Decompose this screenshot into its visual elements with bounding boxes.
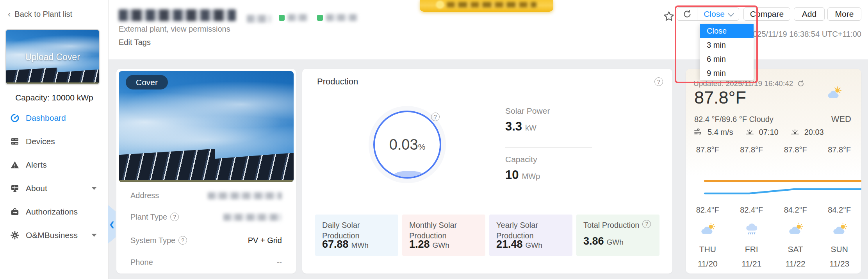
chevron-down-icon <box>91 234 97 237</box>
stat-label: Monthly Solar Production <box>409 220 478 241</box>
phone-label: Phone <box>130 258 153 267</box>
stat-unit: MWh <box>351 241 369 249</box>
green-status-icon <box>279 15 285 21</box>
stat-label: Yearly Solar Production <box>496 220 565 241</box>
add-button[interactable]: Add <box>794 7 825 21</box>
forecast-low-row: 82.4°F 82.4°F 84.2°F 84.2°F <box>686 206 861 215</box>
production-stats-row: Daily Solar Production 67.88MWh Monthly … <box>315 215 659 256</box>
refresh-interval-select[interactable]: Close <box>697 9 739 19</box>
stat-value: 1.28 <box>409 238 430 250</box>
back-to-plant-list-link[interactable]: ‹ Back to Plant list <box>8 10 72 19</box>
forecast-date: 11/23 <box>818 259 862 268</box>
sidebar: ‹ Back to Plant list Upload Cover Capaci… <box>0 0 109 279</box>
sidebar-item-label: Dashboard <box>26 113 66 123</box>
current-day: WED <box>831 114 851 124</box>
forecast-day: THU <box>686 245 730 254</box>
plant-info-card: Cover Address Plant Type? System Type? P… <box>116 69 296 274</box>
devices-server-icon <box>10 137 20 146</box>
dropdown-option-6min[interactable]: 6 min <box>700 52 754 66</box>
back-link-label: Back to Plant list <box>14 10 72 19</box>
compare-button[interactable]: Compare <box>743 7 790 21</box>
gauge-value: 0.03 <box>389 136 418 153</box>
stat-unit: GWh <box>433 241 449 249</box>
capacity-value: 10MWp <box>505 168 540 182</box>
sidebar-item-label: About <box>26 184 47 193</box>
help-icon[interactable]: ? <box>642 220 651 228</box>
stat-unit: GWh <box>607 238 624 246</box>
forecast-date: 11/22 <box>774 259 818 268</box>
address-value-redacted <box>208 192 282 199</box>
help-icon[interactable]: ? <box>654 77 663 86</box>
forecast-day: SAT <box>774 245 818 254</box>
forecast-high: 87.8°F <box>686 145 730 154</box>
plant-type-value-redacted <box>223 214 282 221</box>
favorite-star-icon[interactable] <box>663 11 675 22</box>
wind-icon <box>693 127 703 137</box>
forecast-low: 84.2°F <box>774 206 818 215</box>
sidebar-item-dashboard[interactable]: Dashboard <box>0 109 109 127</box>
cover-badge: Cover <box>126 75 168 89</box>
refresh-icon[interactable] <box>677 8 697 20</box>
refresh-icon[interactable] <box>797 80 805 88</box>
forecast-date: 11/20 <box>686 259 730 268</box>
upload-cover-thumbnail[interactable]: Upload Cover <box>5 29 100 84</box>
sidebar-item-label: Devices <box>26 137 55 146</box>
temperature-range: 82.4 °F/89.6 °F Cloudy <box>694 115 774 124</box>
forecast-day: SUN <box>818 245 862 254</box>
about-monitor-icon <box>10 184 20 193</box>
dropdown-option-9min[interactable]: 9 min <box>700 66 754 80</box>
refresh-interval-value: Close <box>704 9 725 19</box>
capacity-caption: Capacity: 10000 kWp <box>0 93 109 102</box>
status-badge <box>279 14 308 21</box>
dropdown-option-3min[interactable]: 3 min <box>700 38 754 52</box>
banner-sun-icon <box>437 2 443 8</box>
sidebar-item-about[interactable]: About <box>0 180 109 197</box>
refresh-interval-dropdown: Close 3 min 6 min 9 min <box>700 24 754 80</box>
weather-trend-chart <box>686 168 861 211</box>
stat-value: 21.48 <box>496 238 523 250</box>
sidebar-item-alerts[interactable]: Alerts <box>0 156 109 173</box>
forecast-low: 84.2°F <box>818 206 862 215</box>
help-icon[interactable]: ? <box>178 236 187 245</box>
stat-monthly-solar-production: Monthly Solar Production 1.28GWh <box>402 215 485 256</box>
sunrise-icon <box>745 127 754 137</box>
current-timestamp: 2025/11/19 16:38:54 UTC+11:00 <box>749 30 861 39</box>
cover-photo: Cover <box>119 71 294 182</box>
forecast-high: 87.8°F <box>774 145 818 154</box>
wind-speed: 5.4 m/s <box>708 128 733 137</box>
chevron-left-icon: ‹ <box>8 10 11 19</box>
forecast-high: 87.8°F <box>730 145 774 154</box>
edit-tags-link[interactable]: Edit Tags <box>119 38 151 47</box>
alerts-warning-icon <box>10 160 20 170</box>
gauge-unit: % <box>418 142 426 151</box>
capacity-unit: MWp <box>522 172 540 181</box>
stat-total-production: Total Production? 3.86GWh <box>576 215 659 256</box>
info-row-system-type: System Type? PV + Grid <box>130 235 282 245</box>
sidebar-item-devices[interactable]: Devices <box>0 133 109 150</box>
more-button[interactable]: More <box>827 7 861 21</box>
sidebar-collapse-handle[interactable]: ❮ <box>108 205 116 243</box>
refresh-interval-group[interactable]: Close <box>677 7 739 21</box>
stat-label: Total Production <box>583 220 639 231</box>
weather-card: Updated: 2025/11/19 16:40:42 87.8°F 82.4… <box>686 69 861 274</box>
forecast-low: 82.4°F <box>730 206 774 215</box>
solar-power-unit: kW <box>525 123 536 132</box>
help-icon[interactable]: ? <box>170 213 179 221</box>
forecast-low: 82.4°F <box>686 206 730 215</box>
forecast-high: 87.8°F <box>818 145 862 154</box>
forecast-high-row: 87.8°F 87.8°F 87.8°F 87.8°F <box>686 145 861 154</box>
dropdown-option-close[interactable]: Close <box>700 24 754 38</box>
chevron-down-icon <box>728 11 734 17</box>
solar-power-label: Solar Power <box>505 106 550 116</box>
sidebar-item-label: Authorizations <box>26 207 78 216</box>
plant-type-label: Plant Type <box>130 213 167 222</box>
sidebar-item-authorizations[interactable]: Authorizations <box>0 203 109 220</box>
help-icon[interactable]: ? <box>431 113 440 121</box>
weather-updated-row: Updated: 2025/11/19 16:40:42 <box>693 79 805 88</box>
promo-banner[interactable] <box>420 0 553 12</box>
system-type-value: PV + Grid <box>248 236 282 245</box>
info-row-phone: Phone -- <box>130 257 282 267</box>
sidebar-item-om-business[interactable]: O&MBusiness <box>0 227 109 244</box>
plant-subtitle: External plant, view permissions <box>119 25 230 34</box>
production-title: Production <box>317 77 358 87</box>
